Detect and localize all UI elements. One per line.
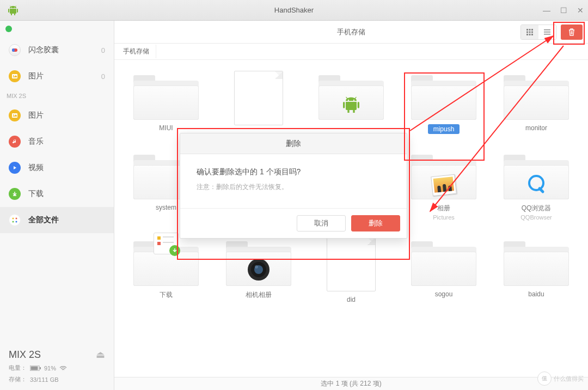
- sidebar: 闪念胶囊 0 图片 0 MIX 2S 图片 音乐 视频: [0, 21, 114, 390]
- photo-icon: [9, 109, 21, 121]
- svg-rect-12: [40, 367, 41, 369]
- svg-rect-11: [31, 366, 38, 370]
- battery-info: 电量： 91%: [9, 364, 105, 372]
- statusbar: 选中 1 项 (共 212 项): [114, 377, 588, 390]
- folder-downloads[interactable]: 下载: [122, 237, 210, 303]
- folder-icon: [411, 237, 476, 286]
- folder-mipush[interactable]: mipush: [400, 71, 487, 134]
- svg-rect-22: [544, 29, 550, 31]
- connection-status: [0, 21, 114, 37]
- svg-rect-15: [531, 29, 533, 31]
- download-icon: [9, 188, 21, 200]
- sidebar-item-video[interactable]: 视频: [0, 155, 114, 181]
- folder-icon: [133, 71, 199, 120]
- folder-camera[interactable]: 相机相册: [215, 237, 302, 303]
- folder-icon: [133, 237, 199, 286]
- folder-monitor[interactable]: monitor: [493, 71, 580, 134]
- video-icon: [9, 162, 21, 174]
- qq-icon: [525, 173, 547, 195]
- sidebar-item-photos[interactable]: 图片: [0, 102, 114, 129]
- trash-icon: [568, 28, 575, 36]
- photo-icon: [9, 70, 21, 82]
- folder-icon: [504, 150, 569, 199]
- folder-baidu[interactable]: baidu: [493, 237, 580, 303]
- watermark: 值 什么值得买: [537, 371, 584, 386]
- photo-thumb-icon: [431, 174, 457, 196]
- breadcrumb-item[interactable]: 手机存储: [117, 45, 156, 58]
- grid-icon: [526, 28, 534, 36]
- svg-point-25: [529, 176, 543, 190]
- svg-rect-1: [12, 48, 15, 52]
- file-did[interactable]: did: [308, 237, 395, 303]
- folder-icon: [226, 237, 291, 286]
- battery-icon: [30, 365, 41, 371]
- svg-point-3: [13, 75, 14, 76]
- cancel-button[interactable]: 取消: [297, 215, 346, 231]
- grid-view-button[interactable]: [521, 25, 538, 39]
- close-button[interactable]: ✕: [577, 6, 584, 15]
- storage-info: 存储： 33/111 GB: [9, 375, 105, 383]
- folder-icon: [504, 237, 569, 286]
- watermark-icon: 值: [537, 371, 552, 386]
- folder-android[interactable]: [308, 71, 395, 134]
- svg-rect-23: [544, 32, 550, 33]
- list-icon: [543, 28, 551, 36]
- svg-rect-18: [531, 31, 533, 33]
- svg-rect-24: [544, 34, 550, 35]
- eject-icon[interactable]: ⏏: [96, 349, 105, 361]
- dialog-note: 注意：删除后的文件无法恢复。: [197, 182, 390, 192]
- android-icon: [7, 4, 20, 17]
- status-dot-icon: [5, 26, 12, 32]
- device-name: MIX 2S ⏏: [9, 349, 105, 361]
- folder-qqbrowser[interactable]: QQ浏览器 QQBrowser: [493, 150, 580, 221]
- sidebar-section-label: MIX 2S: [0, 89, 114, 102]
- sidebar-label: 图片: [28, 71, 44, 81]
- folder-gallery[interactable]: 相册 Pictures: [400, 150, 487, 221]
- svg-rect-14: [529, 29, 531, 31]
- android-icon: [340, 94, 362, 115]
- folder-sogou[interactable]: sogou: [400, 237, 487, 303]
- sidebar-item-photos-cloud[interactable]: 图片 0: [0, 63, 114, 89]
- sidebar-label: 音乐: [28, 137, 44, 147]
- download-overlay-icon: [154, 233, 179, 254]
- svg-rect-19: [526, 34, 528, 35]
- svg-point-29: [255, 265, 258, 269]
- svg-point-7: [16, 218, 17, 220]
- folder-icon: [411, 150, 476, 199]
- breadcrumb-bar: 手机存储: [114, 44, 588, 60]
- sidebar-item-download[interactable]: 下载: [0, 181, 114, 207]
- minimize-button[interactable]: —: [543, 6, 550, 15]
- svg-rect-17: [529, 31, 531, 33]
- list-view-button[interactable]: [538, 25, 556, 39]
- svg-rect-13: [526, 29, 528, 31]
- svg-rect-16: [526, 31, 528, 33]
- sidebar-item-music[interactable]: 音乐: [0, 129, 114, 155]
- toolbar: 手机存储: [114, 21, 588, 44]
- dialog-message: 确认要删除选中的 1 个项目吗?: [197, 167, 390, 177]
- sidebar-item-allfiles[interactable]: 全部文件: [0, 207, 114, 233]
- app-title: HandShaker: [274, 6, 314, 14]
- confirm-delete-button[interactable]: 删除: [351, 215, 400, 231]
- sidebar-count: 0: [101, 72, 105, 81]
- svg-point-5: [13, 114, 14, 115]
- folder-miui[interactable]: MIUI: [122, 71, 210, 134]
- sidebar-item-capsule[interactable]: 闪念胶囊 0: [0, 37, 114, 63]
- folder-icon: [411, 71, 476, 120]
- dialog-title: 删除: [180, 133, 407, 154]
- lens-icon: [247, 258, 271, 282]
- files-icon: [9, 214, 21, 226]
- svg-point-6: [13, 218, 14, 220]
- sidebar-label: 视频: [28, 163, 44, 173]
- svg-rect-20: [529, 34, 531, 35]
- sidebar-label: 图片: [28, 111, 44, 120]
- view-toggle: [520, 25, 556, 40]
- file-blank[interactable]: [215, 71, 302, 134]
- folder-icon: [318, 71, 384, 120]
- file-icon: [327, 237, 376, 291]
- capsule-icon: [9, 44, 21, 56]
- sidebar-footer: MIX 2S ⏏ 电量： 91% 存储： 33/111 GB: [0, 342, 114, 390]
- maximize-button[interactable]: ☐: [560, 6, 567, 15]
- sidebar-label: 闪念胶囊: [28, 45, 59, 55]
- delete-button[interactable]: [561, 25, 583, 40]
- folder-icon: [504, 71, 569, 120]
